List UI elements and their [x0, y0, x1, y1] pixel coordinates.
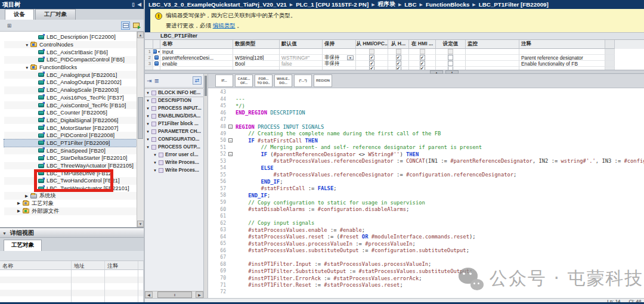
- code-line[interactable]: 48−REGION PROCESS INPUT SIGNALS: [208, 123, 644, 131]
- tree-item[interactable]: LBC_AxisCtrlBasic [FB6]: [4, 48, 137, 56]
- code-line[interactable]: 64 #statProcessValues.reset := (#reset O…: [208, 233, 644, 240]
- fold-marker-icon[interactable]: −: [228, 152, 236, 156]
- code-line[interactable]: 59 // Copy configuration to static for u…: [208, 199, 644, 206]
- hscroll-thumb[interactable]: ‖: [157, 291, 192, 298]
- tree-item[interactable]: LBC_PIDCompactControl [FB5]: [4, 56, 137, 64]
- code-line[interactable]: 58 END_IF;: [208, 192, 644, 199]
- code-line[interactable]: 62 // Copy input signals: [208, 219, 644, 227]
- default-value-cell[interactable]: [280, 49, 323, 55]
- scroll-down-icon[interactable]: ▼: [137, 221, 144, 227]
- collapse-regions-icon[interactable]: ⇥: [147, 77, 151, 84]
- tree-item[interactable]: LBC_Axis16Pos_TecPlc [FB37]: [4, 94, 137, 102]
- code-line[interactable]: 43: [208, 89, 644, 96]
- checkbox-cell[interactable]: [356, 55, 388, 61]
- checkbox[interactable]: [420, 61, 425, 66]
- detail-table-row[interactable]: [0, 290, 144, 296]
- region-item[interactable]: ▼PROCESS OUTP...: [145, 143, 203, 151]
- fold-marker-icon[interactable]: −: [228, 125, 236, 129]
- checkbox-cell[interactable]: [436, 61, 466, 67]
- detail-view-header[interactable]: ▼ 详细视图: [0, 228, 144, 238]
- region-item[interactable]: ▼DESCRIPTION: [145, 97, 203, 104]
- scroll-left-icon[interactable]: ◀: [145, 291, 153, 298]
- expander-open-icon[interactable]: ▼: [146, 145, 150, 149]
- code-line[interactable]: 69 #instPT1Filter.SubstituteOutput := #s…: [208, 268, 644, 275]
- default-value-cell[interactable]: WSTRING#'': [280, 55, 323, 61]
- tag-name-cell[interactable]: Input: [160, 49, 233, 55]
- tree-item[interactable]: LBC_PIDControl [FB22008]: [4, 132, 137, 139]
- code-line[interactable]: 56 END_IF;: [208, 178, 644, 185]
- code-line[interactable]: 54 ELSE: [208, 165, 644, 172]
- checkbox-cell[interactable]: [356, 61, 388, 67]
- float-window-icon[interactable]: ▯: [132, 2, 134, 7]
- expander-open-icon[interactable]: ▼: [146, 130, 150, 134]
- tree-item[interactable]: ▶系统块: [4, 192, 137, 200]
- tree-item[interactable]: ▶外部源文件: [4, 207, 137, 215]
- code-line[interactable]: 51 // Merging parent- and self- referenc…: [208, 144, 644, 151]
- breadcrumb-item[interactable]: PLC_1 [CPU 1515TF-2 PN]: [296, 1, 369, 8]
- code-line[interactable]: 72: [208, 289, 644, 296]
- expander-open-icon[interactable]: ▼: [146, 138, 150, 141]
- tree-item[interactable]: LBC_DigitalSignal [FB22006]: [4, 117, 137, 125]
- code-line[interactable]: 50− IF #statFirstCall THEN: [208, 137, 644, 144]
- code-line[interactable]: 53 #statProcessValues.referenceDesignato…: [208, 157, 644, 165]
- region-item[interactable]: ▼PT1Filter block ...: [145, 120, 203, 128]
- region-vscrollbar[interactable]: [204, 74, 208, 298]
- snippet-button[interactable]: WHILE..DO...: [274, 75, 292, 87]
- code-line[interactable]: 49 // Creating the complete name during …: [208, 130, 644, 137]
- breadcrumb-item[interactable]: LBC_PT1Filter [FB22009]: [479, 1, 549, 8]
- region-hscrollbar[interactable]: ◀ ‖ ▶: [145, 291, 203, 298]
- detail-table-row[interactable]: [0, 270, 144, 277]
- detail-view-toggle-icon[interactable]: [121, 21, 130, 30]
- checkbox[interactable]: [369, 61, 374, 66]
- retain-cell[interactable]: [323, 49, 356, 55]
- expander-closed-icon[interactable]: ▶: [17, 201, 23, 206]
- code-line[interactable]: 71 #instPT1Filter.Reset := #statProcessV…: [208, 281, 644, 289]
- checkbox-cell[interactable]: [356, 49, 388, 55]
- breadcrumb-item[interactable]: LBC_V3_2_0_ExampleQuickstart_TiaPrj_V20_…: [148, 1, 287, 8]
- expander-open-icon[interactable]: ▼: [146, 91, 150, 95]
- tree-item[interactable]: LBC_TwoHandControl [FB21]: [4, 177, 137, 185]
- code-line[interactable]: 55 #statProcessValues.referenceDesignato…: [208, 172, 644, 179]
- comment-cell[interactable]: Parent reference designator: [519, 55, 605, 61]
- code-line[interactable]: 65 #statProcessValues.processValueIn := …: [208, 240, 644, 247]
- expander-open-icon[interactable]: ▼: [153, 153, 157, 157]
- diagram-view-icon[interactable]: [132, 21, 141, 30]
- code-line[interactable]: 63 #statProcessValues.enable := #enable;: [208, 227, 644, 234]
- checkbox[interactable]: [396, 55, 401, 60]
- code-line[interactable]: 61: [208, 213, 644, 220]
- collapse-panel-icon[interactable]: ◀: [138, 2, 141, 7]
- expander-closed-icon[interactable]: ▶: [25, 194, 30, 198]
- checkbox[interactable]: [420, 55, 425, 60]
- code-line[interactable]: 46END_REGION DESCRIPTION: [208, 110, 644, 117]
- tree-item[interactable]: ▼ControlNodes: [4, 41, 137, 49]
- region-item[interactable]: ▼Write Proces...: [145, 159, 203, 166]
- snippet-button[interactable]: REGION: [314, 75, 332, 87]
- snippet-button[interactable]: IF...: [215, 75, 233, 87]
- tree-item[interactable]: ▶工艺对象: [4, 200, 137, 207]
- code-line[interactable]: 57 #statFirstCall := FALSE;: [208, 185, 644, 193]
- retain-cell[interactable]: 非保持: [323, 61, 356, 67]
- sync-navigation-icon[interactable]: ⇄: [193, 76, 202, 85]
- breadcrumb-item[interactable]: 程序块: [378, 1, 395, 8]
- code-line[interactable]: 47: [208, 116, 644, 123]
- tree-item[interactable]: ▼FunctionBlocks: [4, 64, 137, 72]
- tree-item[interactable]: LBC_TwoWayActuator [FB22101]: [4, 185, 137, 193]
- expander-open-icon[interactable]: ▼: [146, 114, 150, 118]
- checkbox-cell[interactable]: [388, 49, 409, 55]
- dropdown-arrow-icon[interactable]: ▼: [347, 55, 354, 60]
- tree-item[interactable]: LBC_AnalogOutput [FB22002]: [4, 79, 137, 86]
- region-item[interactable]: ▼PROCESS INPUT...: [145, 104, 203, 112]
- region-item[interactable]: ▼CONFIGURATIO...: [145, 135, 203, 143]
- tab-plant-objects[interactable]: 工厂对象: [35, 9, 76, 20]
- code-line[interactable]: 70 #instPT1Filter.ErrorAck := #statProce…: [208, 275, 644, 282]
- expander-open-icon[interactable]: ▼: [153, 161, 157, 165]
- expand-regions-icon[interactable]: ≣: [154, 77, 159, 84]
- checkbox[interactable]: [448, 49, 453, 54]
- tag-name-cell[interactable]: parentReferenceDesi...: [160, 55, 233, 61]
- tree-item[interactable]: LBC_TMPulseDrive [FB12]: [4, 169, 137, 177]
- comment-cell[interactable]: [519, 49, 605, 55]
- code-line[interactable]: 66 #statProcessValues.substituteOutput :…: [208, 247, 644, 255]
- retain-cell[interactable]: 非保持▼: [323, 55, 356, 61]
- snippet-button[interactable]: (*...*): [294, 75, 312, 87]
- tree-item[interactable]: LBC_PT1Filter [FB22009]: [4, 139, 137, 147]
